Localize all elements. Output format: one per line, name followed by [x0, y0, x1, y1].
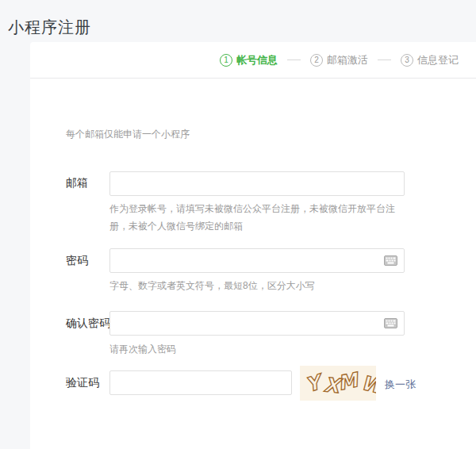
step-email-activation: 2 邮箱激活: [310, 53, 368, 67]
step-info-registration: 3 信息登记: [401, 53, 459, 67]
confirm-password-input[interactable]: [109, 311, 405, 336]
step-3-circle: 3: [401, 54, 413, 67]
step-1-label: 帐号信息: [236, 53, 278, 67]
step-2-label: 邮箱激活: [327, 53, 368, 67]
email-label: 邮箱: [66, 176, 88, 190]
captcha-input[interactable]: [109, 370, 292, 395]
step-1-circle: 1: [220, 54, 232, 67]
email-input[interactable]: [109, 171, 405, 196]
intro-note: 每个邮箱仅能申请一个小程序: [66, 128, 190, 141]
password-field-wrap: [109, 248, 405, 273]
password-label: 密码: [66, 254, 88, 268]
step-separator: [287, 59, 301, 60]
page-title: 小程序注册: [8, 17, 91, 38]
captcha-text: YXMW: [302, 366, 376, 401]
password-input[interactable]: [109, 248, 405, 273]
keyboard-icon[interactable]: [384, 318, 397, 328]
confirm-password-field-wrap: [109, 311, 405, 336]
captcha-label: 验证码: [66, 376, 99, 390]
steps-bar: 1 帐号信息 2 邮箱激活 3 信息登记: [30, 42, 476, 79]
confirm-password-helper-text: 请再次输入密码: [109, 340, 411, 358]
step-2-circle: 2: [310, 54, 323, 67]
email-field-wrap: [109, 171, 405, 196]
step-account-info: 1 帐号信息: [220, 53, 278, 67]
registration-panel: 1 帐号信息 2 邮箱激活 3 信息登记 每个邮箱仅能申请一个小程序 邮箱 作为…: [30, 42, 476, 449]
step-3-label: 信息登记: [417, 53, 459, 67]
step-separator: [378, 59, 391, 60]
confirm-password-label: 确认密码: [66, 317, 110, 331]
captcha-field-wrap: [109, 370, 292, 395]
refresh-captcha-link[interactable]: 换一张: [385, 378, 416, 392]
email-helper-text: 作为登录帐号，请填写未被微信公众平台注册，未被微信开放平台注册，未被个人微信号绑…: [109, 200, 411, 235]
captcha-image[interactable]: YXMW: [300, 366, 376, 401]
keyboard-icon[interactable]: [384, 255, 397, 266]
password-helper-text: 字母、数字或者英文符号，最短8位，区分大小写: [109, 277, 411, 294]
